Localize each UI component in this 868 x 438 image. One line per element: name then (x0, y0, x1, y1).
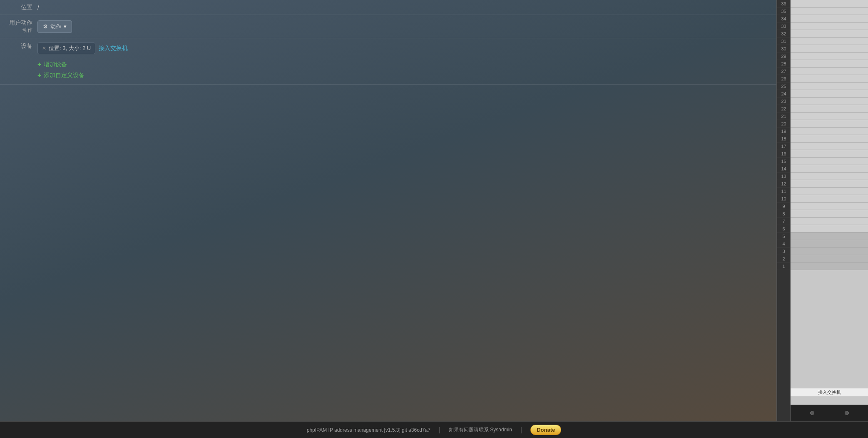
rack-numbers: 3635343332313029282726252423222120191817… (777, 0, 791, 421)
rack-number: 32 (777, 30, 790, 38)
rack-slot (791, 113, 868, 120)
rack-slot (791, 60, 868, 68)
rack-number: 22 (777, 105, 790, 113)
rack-number: 18 (777, 135, 790, 143)
action-button-label: 动作 (50, 23, 61, 30)
rack-number: 16 (777, 150, 790, 158)
rack-number: 5 (777, 233, 790, 240)
rack-slot (791, 150, 868, 158)
plus-icon: + (37, 61, 41, 68)
rack-bottom (791, 405, 868, 421)
donate-button[interactable]: Donate (530, 425, 561, 435)
rack-slot (791, 0, 868, 8)
rack-number: 35 (777, 8, 790, 15)
footer: phpIPAM IP address management [v1.5.3] g… (0, 421, 868, 438)
rack-number: 7 (777, 218, 790, 225)
rack-slot (791, 158, 868, 165)
add-device-label: 增加设备 (44, 61, 67, 68)
dropdown-arrow-icon: ▾ (64, 23, 67, 30)
user-action-content: ⚙ 动作 ▾ (37, 20, 72, 33)
rack-slot (791, 75, 868, 83)
rack-number: 3 (777, 248, 790, 255)
rack-number: 9 (777, 203, 790, 210)
rack-number: 1 (777, 263, 790, 270)
rack-bolt-right (845, 411, 849, 415)
rack-slot (791, 98, 868, 105)
device-link[interactable]: 接入交换机 (99, 45, 128, 52)
rack-number: 28 (777, 60, 790, 68)
device-badge: ✕ 位置: 3, 大小: 2 U (37, 43, 95, 54)
rack-slot (791, 233, 868, 240)
device-top-row: ✕ 位置: 3, 大小: 2 U 接入交换机 (37, 43, 128, 54)
rack-slot (791, 165, 868, 173)
rack-slot (791, 188, 868, 195)
rack-number: 17 (777, 143, 790, 150)
rack-number: 33 (777, 23, 790, 30)
rack-slot (791, 8, 868, 15)
rack-slot (791, 195, 868, 203)
location-content: / (37, 4, 39, 11)
add-custom-device-label: 添加自定义设备 (44, 72, 85, 79)
device-badge-text: 位置: 3, 大小: 2 U (49, 45, 91, 52)
rack-number: 6 (777, 225, 790, 233)
main-content: 位置 / 用户动作 动作 ⚙ 动作 ▾ 设备 ✕ 位置: 3, 大小: 2 U (0, 0, 776, 421)
rack-number: 13 (777, 173, 790, 180)
rack-number: 21 (777, 113, 790, 120)
rack-slot (791, 90, 868, 98)
rack-slot (791, 128, 868, 135)
app-info: phpIPAM IP address management [v1.5.3] g… (307, 427, 430, 433)
rack-bolt-left (810, 411, 814, 415)
rack-slot (791, 143, 868, 150)
location-value: / (37, 4, 39, 11)
location-row: 位置 / (0, 0, 776, 15)
rack-slot (791, 23, 868, 30)
rack-number: 19 (777, 128, 790, 135)
rack-slot (791, 105, 868, 113)
user-action-label: 用户动作 动作 (4, 19, 37, 34)
rack-visual: 接入交换机 (791, 0, 868, 421)
location-label: 位置 (4, 4, 37, 11)
rack-slot (791, 240, 868, 248)
add-device-button[interactable]: + 增加设备 (37, 60, 128, 69)
rack-number: 10 (777, 195, 790, 203)
rack-number: 8 (777, 210, 790, 218)
rack-slot (791, 218, 868, 225)
device-row: 设备 ✕ 位置: 3, 大小: 2 U 接入交换机 + 增加设备 + 添加自定义… (0, 38, 776, 85)
rack-number: 25 (777, 83, 790, 90)
rack-slot (791, 135, 868, 143)
rack-slot (791, 248, 868, 255)
close-icon[interactable]: ✕ (42, 45, 46, 51)
rack-number: 12 (777, 180, 790, 188)
rack-number: 36 (777, 0, 790, 8)
footer-divider-2: | (520, 426, 522, 434)
plus-icon-2: + (37, 72, 41, 79)
rack-slot (791, 15, 868, 23)
rack-number: 30 (777, 45, 790, 53)
user-action-row: 用户动作 动作 ⚙ 动作 ▾ (0, 15, 776, 38)
rack-slot (791, 83, 868, 90)
rack-panel: 3635343332313029282726252423222120191817… (776, 0, 868, 421)
rack-slot (791, 68, 868, 75)
rack-number: 34 (777, 15, 790, 23)
rack-number: 14 (777, 165, 790, 173)
rack-slot (791, 30, 868, 38)
rack-slot (791, 173, 868, 180)
action-button[interactable]: ⚙ 动作 ▾ (37, 20, 72, 33)
rack-number: 24 (777, 90, 790, 98)
rack-slot (791, 210, 868, 218)
rack-slot (791, 45, 868, 53)
rack-number: 15 (777, 158, 790, 165)
rack-slot (791, 120, 868, 128)
gear-icon: ⚙ (43, 23, 48, 30)
footer-divider: | (439, 426, 440, 434)
device-row-content: ✕ 位置: 3, 大小: 2 U 接入交换机 + 增加设备 + 添加自定义设备 (37, 43, 128, 80)
device-label: 设备 (4, 43, 37, 50)
rack-number: 11 (777, 188, 790, 195)
rack-slot (791, 203, 868, 210)
rack-slot (791, 53, 868, 60)
rack-number: 4 (777, 240, 790, 248)
rack-slot (791, 38, 868, 45)
rack-switch-label: 接入交换机 (791, 388, 868, 396)
rack-slot (791, 255, 868, 263)
add-custom-device-button[interactable]: + 添加自定义设备 (37, 71, 128, 80)
